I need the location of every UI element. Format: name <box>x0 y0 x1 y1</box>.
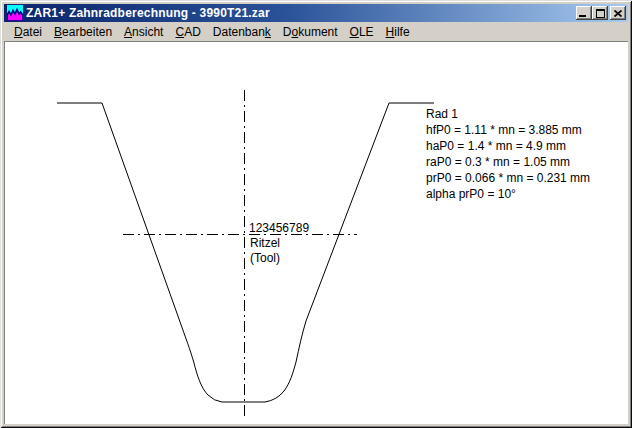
tooth-profile-drawing <box>5 42 629 425</box>
window-title: ZAR1+ Zahnradberechnung - 3990T21.zar <box>26 6 576 20</box>
drawing-area: 123456789 Ritzel (Tool) Rad 1 hfP0 = 1.1… <box>4 41 628 424</box>
tool-label: (Tool) <box>250 251 280 265</box>
annotation-line-hfp0: hfP0 = 1.11 * mn = 3.885 mm <box>426 122 590 138</box>
app-window: ZAR1+ Zahnradberechnung - 3990T21.zar Da… <box>0 0 632 428</box>
menu-bar: DateiBearbeitenAnsichtCADDatenbankDokume… <box>4 22 628 41</box>
menu-item-dokument[interactable]: Dokument <box>277 23 344 41</box>
parameter-annotation: Rad 1 hfP0 = 1.11 * mn = 3.885 mm haP0 =… <box>426 106 590 202</box>
annotation-line-prp0: prP0 = 0.066 * mn = 0.231 mm <box>426 170 590 186</box>
annotation-line-alpha: alpha prP0 = 10° <box>426 186 590 202</box>
gear-name-label: Ritzel <box>250 236 280 250</box>
menu-item-ole[interactable]: OLE <box>344 23 380 41</box>
ruler-digits-label: 123456789 <box>249 221 309 235</box>
menu-item-hilfe[interactable]: Hilfe <box>380 23 416 41</box>
menu-item-bearbeiten[interactable]: Bearbeiten <box>48 23 118 41</box>
annotation-title: Rad 1 <box>426 106 590 122</box>
menu-item-datei[interactable]: Datei <box>8 23 48 41</box>
menu-item-ansicht[interactable]: Ansicht <box>118 23 169 41</box>
tooth-profile-path <box>57 103 434 402</box>
titlebar[interactable]: ZAR1+ Zahnradberechnung - 3990T21.zar <box>4 4 628 22</box>
window-controls <box>576 6 626 20</box>
maximize-icon[interactable] <box>592 6 608 20</box>
app-icon[interactable] <box>7 5 23 21</box>
menu-item-datenbank[interactable]: Datenbank <box>207 23 277 41</box>
close-icon[interactable] <box>610 6 626 20</box>
minimize-icon[interactable] <box>576 6 592 20</box>
annotation-line-hap0: haP0 = 1.4 * mn = 4.9 mm <box>426 138 590 154</box>
annotation-line-rap0: raP0 = 0.3 * mn = 1.05 mm <box>426 154 590 170</box>
menu-item-cad[interactable]: CAD <box>169 23 206 41</box>
